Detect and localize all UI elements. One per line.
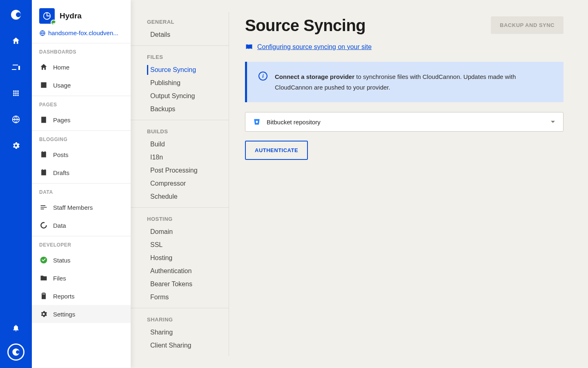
settings-group-heading: FILES [131,47,229,63]
authenticate-button[interactable]: AUTHENTICATE [245,141,308,160]
sidebar-item-home[interactable]: Home [32,58,131,76]
sidebar-item-usage[interactable]: Usage [32,76,131,94]
settings-item-post-processing[interactable]: Post Processing [131,164,229,177]
backup-sync-button[interactable]: BACKUP AND SYNC [491,16,564,34]
sidebar-item-reports[interactable]: Reports [32,287,131,305]
rail-bottom [7,321,24,361]
settings-item-compressor[interactable]: Compressor [131,177,229,190]
bitbucket-icon [253,118,261,126]
info-box: i Connect a storage provider to synchron… [245,62,564,102]
clipboard-icon [39,292,48,300]
sidebar: Hydra handsome-fox.cloudven... DASHBOARD… [32,0,131,368]
sidebar-item-staff-members[interactable]: Staff Members [32,198,131,216]
sidebar-item-label: Staff Members [53,204,93,211]
settings-item-sharing[interactable]: Sharing [131,326,229,339]
sidebar-group-label: BLOGGING [32,131,131,146]
app-rail [0,0,32,368]
settings-item-bearer-tokens[interactable]: Bearer Tokens [131,278,229,291]
sidebar-item-label: Drafts [53,169,69,176]
project-name: Hydra [60,11,82,20]
settings-item-authentication[interactable]: Authentication [131,265,229,278]
settings-item-output-syncing[interactable]: Output Syncing [131,90,229,103]
settings-item-domain[interactable]: Domain [131,225,229,238]
info-text: Connect a storage provider to synchronis… [275,72,552,92]
rail-gear-icon[interactable] [9,138,23,153]
sidebar-item-settings[interactable]: Settings [32,305,131,323]
book-icon [245,43,253,51]
doc-link[interactable]: Configuring source syncing on your site [245,43,564,51]
rail-apps-icon[interactable] [9,86,23,101]
sidebar-group-label: DASHBOARDS [32,43,131,58]
settings-group-heading: SHARING [131,310,229,326]
donut-icon [39,221,48,229]
sidebar-item-label: Usage [53,82,71,89]
sidebar-item-label: Status [53,257,71,264]
main-content: Source Syncing BACKUP AND SYNC Configuri… [229,0,588,368]
project-icon [39,8,55,24]
settings-item-details[interactable]: Details [131,28,229,41]
sidebar-item-pages[interactable]: Pages [32,111,131,129]
settings-item-build[interactable]: Build [131,138,229,151]
settings-item-client-sharing[interactable]: Client Sharing [131,339,229,352]
settings-item-ssl[interactable]: SSL [131,238,229,251]
rail-home-icon[interactable] [9,34,23,48]
chart-bar-icon [39,81,48,89]
settings-group-heading: HOSTING [131,209,229,225]
house-icon [39,63,48,71]
folder-icon [39,274,48,282]
sidebar-item-label: Posts [53,151,69,158]
info-icon: i [258,72,267,81]
status-badge-icon [51,20,56,25]
settings-item-schedule[interactable]: Schedule [131,190,229,203]
sidebar-group-label: DATA [32,184,131,198]
settings-item-source-syncing[interactable]: Source Syncing [131,63,229,76]
page-icon [39,116,48,124]
svg-point-0 [41,222,46,228]
provider-select[interactable]: Bitbucket repository [245,112,564,132]
settings-item-publishing[interactable]: Publishing [131,76,229,90]
sidebar-item-status[interactable]: Status [32,251,131,269]
lines-icon [39,203,48,211]
project-url-link[interactable]: handsome-fox.cloudven... [39,29,123,36]
logo-icon[interactable] [9,7,23,22]
settings-item-forms[interactable]: Forms [131,291,229,304]
rail-globe-icon[interactable] [9,112,23,127]
settings-group-heading: GENERAL [131,12,229,28]
doc-link-text: Configuring source syncing on your site [257,43,372,51]
rail-bell-icon[interactable] [9,321,23,335]
project-header: Hydra handsome-fox.cloudven... [32,0,131,41]
rail-avatar[interactable] [7,343,24,361]
chevron-down-icon [551,121,555,123]
gear-icon [39,310,48,318]
project-url-text: handsome-fox.cloudven... [48,29,118,36]
sidebar-item-label: Settings [53,311,75,318]
settings-item-i18n[interactable]: I18n [131,151,229,164]
sidebar-group-label: PAGES [32,96,131,111]
sidebar-item-label: Data [53,222,66,229]
sidebar-group-label: DEVELOPER [32,236,131,251]
sidebar-item-label: Files [53,275,66,282]
page-title: Source Syncing [245,16,365,35]
calendar-check-icon [39,150,48,159]
sidebar-item-drafts[interactable]: Drafts [32,164,131,182]
project-row[interactable]: Hydra [39,8,123,24]
settings-item-hosting[interactable]: Hosting [131,251,229,265]
rail-devices-icon[interactable] [9,60,23,74]
provider-select-label: Bitbucket repository [267,119,321,126]
settings-item-backups[interactable]: Backups [131,103,229,116]
sidebar-item-label: Reports [53,293,75,300]
sidebar-item-data[interactable]: Data [32,216,131,234]
check-circle-icon [39,256,48,264]
sidebar-item-label: Home [53,64,69,71]
sidebar-item-posts[interactable]: Posts [32,146,131,164]
sidebar-item-label: Pages [53,117,71,123]
sidebar-item-files[interactable]: Files [32,269,131,287]
calendar-icon [39,168,48,177]
settings-nav: GENERALDetailsFILESSource SyncingPublish… [131,0,229,368]
settings-group-heading: BUILDS [131,122,229,138]
